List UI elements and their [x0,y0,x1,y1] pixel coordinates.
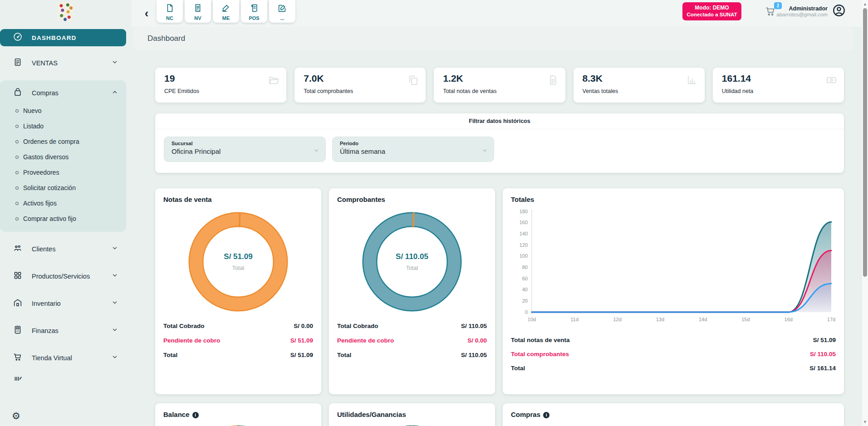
sidebar-item-partial[interactable] [13,375,132,381]
stat-card-cpe-emitidos: 19 CPE Emitidos [155,68,286,103]
sidebar-subitem-gastos-diversos[interactable]: Gastos diversos [0,149,126,165]
row-label: Total comprobantes [511,351,569,357]
bar-chart-icon [13,379,23,381]
total-cobrado-row: Total Cobrado S/ 0.00 [163,318,313,333]
bullet-icon [15,125,19,128]
svg-text:100: 100 [520,253,528,259]
svg-text:0: 0 [525,309,528,315]
svg-text:60: 60 [522,276,528,281]
warehouse-icon [13,298,23,309]
total-comprobantes-row: Total comprobantes S/ 110.05 [511,347,836,361]
comprobantes-card: Comprobantes S/ 110.05 Total Total Cobra… [329,188,495,394]
row-label: Total [163,352,177,358]
donut-center-label: Total [406,265,418,271]
select-value: Última semana [340,147,487,155]
collapse-sidebar-button[interactable]: ‹ [140,5,153,21]
user-name: Administrador [776,5,828,12]
row-label: Total [511,365,525,372]
sidebar-subitem-ordenes-de-compra[interactable]: Ordenes de compra [0,134,126,149]
sidebar-item-dashboard[interactable]: DASHBOARD [0,29,126,46]
quick-button-more[interactable]: ... [269,0,295,23]
bullet-icon [15,171,19,174]
note-document-icon [165,3,175,15]
select-label: Periodo [340,141,487,146]
svg-text:14d: 14d [699,317,707,322]
sidebar-item-label: DASHBOARD [32,34,118,41]
stat-value: 19 [164,73,279,84]
donut-center-label: Total [232,265,244,271]
scroll-icon [249,3,259,15]
notas-de-venta-card: Notas de venta S/ 51.09 Total Total Cobr… [155,188,321,394]
filter-card: Filtrar datos históricos Sucursal Oficin… [155,113,844,173]
svg-text:17d: 17d [827,317,835,322]
sidebar: DASHBOARD VENTAS Compras Nuevo [0,0,132,426]
subitem-label: Ordenes de compra [23,138,79,145]
bullet-icon [15,217,19,220]
info-icon[interactable]: i [543,412,549,418]
sidebar-item-inventario[interactable]: Inventario [0,294,126,313]
mode-badge-line2: Conectado a SUNAT [682,11,741,18]
stat-label: Total comprobantes [304,88,418,94]
periodo-select[interactable]: Periodo Última semana [332,137,494,162]
sidebar-item-compras[interactable]: Compras [0,83,126,103]
total-row: Total S/ 110.05 [337,348,487,362]
sidebar-subitem-proveedores[interactable]: Proveedores [0,165,126,180]
svg-text:11d: 11d [571,317,579,322]
main-content: Dashboard 19 CPE Emitidos 7.0K Total com… [132,27,862,426]
row-label: Total [337,352,351,358]
user-menu[interactable]: Administrador abarrotes@gmail.com [776,4,846,19]
chevron-down-icon [112,327,118,335]
scroll-up-arrow[interactable]: ▲ [862,1,868,7]
sidebar-item-finanzas[interactable]: Finanzas [0,321,126,341]
calculator-icon [13,325,23,337]
quick-button-me[interactable]: ME [213,0,239,23]
filter-title: Filtrar datos históricos [155,118,844,129]
page-title-band: Dashboard [133,27,853,50]
sidebar-subitem-activos-fijos[interactable]: Activos fijos [0,196,126,211]
scroll-down-arrow[interactable]: ▼ [862,419,868,425]
sidebar-subitem-listado[interactable]: Listado [0,118,126,134]
quick-button-nc[interactable]: NC [157,0,183,23]
chevron-down-icon [112,59,118,67]
bullet-icon [15,109,19,113]
app-logo[interactable] [58,2,74,21]
scrollbar-thumb[interactable] [863,8,867,277]
quick-button-pos[interactable]: POS [241,0,267,23]
sidebar-item-clientes[interactable]: Clientes [0,239,126,259]
stat-card-total-notas: 1.2K Total notas de ventas [434,68,565,103]
info-icon[interactable]: i [192,412,199,418]
sidebar-item-ventas[interactable]: VENTAS [0,53,126,73]
bullet-icon [15,202,19,205]
sidebar-item-label: Productos/Servicios [32,273,112,280]
card-title: Utilidades/Ganancias [337,411,487,418]
sidebar-subitem-comprar-activo-fijo[interactable]: Comprar activo fijo [0,211,126,226]
quick-button-label: POS [249,15,259,21]
svg-text:10d: 10d [528,317,536,322]
subitem-label: Nuevo [23,107,41,114]
svg-text:80: 80 [522,264,528,270]
folder-open-icon [268,74,280,88]
sucursal-select[interactable]: Sucursal Oficina Principal [164,137,326,162]
balance-card: Balancei [155,403,321,426]
subitem-label: Listado [23,122,44,130]
cart-icon [765,11,776,19]
quick-button-nv[interactable]: NV [185,0,211,23]
totales-card: Totales 02040608010012014016018010d11d12… [503,188,844,394]
svg-text:180: 180 [520,209,528,214]
sidebar-item-productos-servicios[interactable]: Productos/Servicios [0,266,126,286]
sidebar-subitem-nuevo[interactable]: Nuevo [0,103,126,118]
sidebar-item-configuracion[interactable]: ⚙ [0,405,132,426]
row-value: S/ 51.09 [290,352,313,358]
sidebar-item-label: Inventario [32,300,112,307]
total-row: Total S/ 161.14 [511,361,836,375]
demo-mode-badge[interactable]: Modo: DEMO Conectado a SUNAT [682,2,741,20]
edit-icon [277,3,287,15]
utilidades-donut-chart [360,423,464,426]
sidebar-item-tienda-virtual[interactable]: Tienda Virtual [0,348,126,368]
donut-center-value: S/ 51.09 [224,252,252,261]
page-scrollbar[interactable]: ▲ ▼ [862,0,868,426]
sidebar-subitem-solicitar-cotizacion[interactable]: Solicitar cotización [0,180,126,196]
shopping-bag-icon [13,87,23,99]
quick-button-label: ME [222,15,230,21]
stat-label: Utilidad neta [722,88,837,94]
